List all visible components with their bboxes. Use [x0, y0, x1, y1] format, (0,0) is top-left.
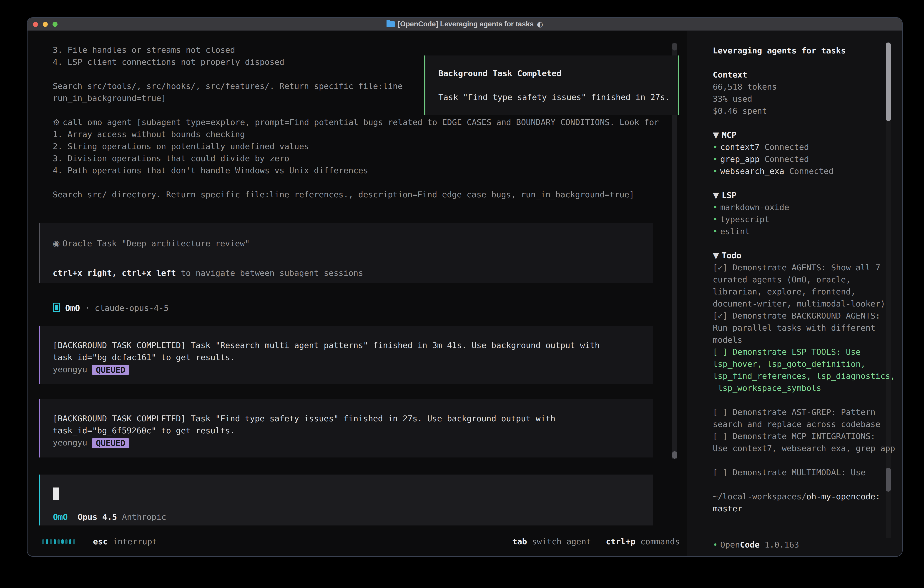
mcp-section-header[interactable]: ▼ MCP: [713, 129, 886, 141]
text-segment: 66,518 tokens: [713, 82, 777, 91]
text-segment: Todo: [722, 251, 741, 260]
sidebar-line: search and replace across codebase: [713, 418, 886, 430]
text-segment: Connected: [784, 167, 833, 176]
sidebar-line: • markdown-oxide: [713, 201, 886, 213]
gear-icon: ⚙: [53, 117, 63, 127]
window-title: [OpenCode] Leveraging agents for tasks ◐: [386, 20, 543, 28]
text-segment: context7: [720, 142, 760, 152]
prompt-input-box[interactable]: OmO Opus 4.5 Anthropic: [39, 474, 653, 525]
text-segment: tab: [512, 537, 527, 546]
terminal-line: Search src/ directory. Return specific f…: [53, 188, 667, 201]
terminal-line: 3. File handles or streams not closed: [53, 44, 667, 56]
text-segment: ~/local-workspaces/: [713, 492, 807, 501]
background-task-box-2: [BACKGROUND TASK COMPLETED] Task "Find t…: [39, 399, 653, 458]
text-segment: Oracle Task "Deep architecture review": [63, 239, 250, 248]
close-button[interactable]: [33, 22, 38, 27]
sidebar-line: [713, 117, 886, 129]
text-segment: 4. Path operations that don't handle Win…: [53, 166, 368, 175]
main-scrollbar-thumb-top[interactable]: [672, 43, 677, 51]
sidebar-line: librarian, explore, frontend,: [713, 286, 886, 297]
text-segment: lsp_workspace_symbols: [713, 383, 821, 393]
sidebar-line: 33% used: [713, 93, 886, 105]
text-segment: yeongyu: [53, 438, 92, 447]
text-segment: Leveraging agents for tasks: [713, 46, 846, 55]
keyboard-hints: tab switch agent ctrl+p commands: [512, 535, 680, 548]
text-segment: models: [713, 335, 742, 345]
sidebar-scrollbar-thumb[interactable]: [886, 43, 891, 121]
sidebar-line: models: [713, 334, 886, 346]
text-segment: lsp_find_references, lsp_diagnostics,: [713, 371, 895, 381]
background-task-box-1: [BACKGROUND TASK COMPLETED] Task "Resear…: [39, 325, 653, 384]
text-segment: eslint: [720, 227, 750, 236]
text-segment: Search src/tools/, src/hooks/, src/featu…: [53, 81, 403, 91]
sidebar-line: • typescript: [713, 213, 886, 225]
todo-scrollbar-thumb[interactable]: [886, 468, 891, 492]
text-segment: markdown-oxide: [720, 203, 789, 212]
text-segment: 33% used: [713, 94, 752, 104]
spinner-dot: [73, 539, 75, 544]
app-content: 3. File handles or streams not closed4. …: [28, 31, 902, 556]
spinner-dot: [58, 539, 60, 544]
text-segment: interrupt: [108, 537, 157, 546]
status-hint: tab switch agent ctrl+p commands: [512, 535, 680, 548]
spinner-dot: [42, 539, 45, 544]
sidebar-line: [713, 237, 886, 249]
sidebar-line: [713, 515, 886, 527]
text-segment: call_omo_agent [subagent_type=explore, p…: [63, 117, 659, 127]
text-segment: [591, 537, 606, 546]
background-task-notification: Background Task Completed Task "Find typ…: [424, 56, 679, 115]
text-segment: search and replace across codebase: [713, 420, 880, 429]
sidebar-title: Leveraging agents for tasks: [713, 45, 886, 57]
text-segment: Search src/ directory. Return specific f…: [53, 190, 634, 199]
text-segment: [ ] Demonstrate MCP INTEGRATIONS:: [713, 431, 875, 441]
spinner-dot: [65, 539, 68, 544]
text-segment: oh-my-opencode:: [807, 492, 880, 501]
folder-icon: [386, 21, 395, 27]
text-segment: ·: [80, 303, 95, 313]
text-segment: websearch_exa: [720, 167, 784, 176]
sidebar-line: [713, 454, 886, 466]
sidebar-line: lsp_hover, lsp_goto_definition,: [713, 358, 886, 370]
notification-body: Task "Find type safety issues" finished …: [438, 91, 670, 103]
text-segment: run_in_background=true]: [53, 93, 166, 103]
sidebar-line: $0.46 spent: [713, 105, 886, 117]
main-scrollbar-thumb[interactable]: [672, 451, 677, 459]
text-segment: switch agent: [527, 537, 591, 546]
omo-agent-header[interactable]: OmO · claude-opus-4-5: [53, 302, 169, 314]
text-segment: Connected: [760, 142, 809, 152]
task-box-line: task_id="bg_dcfac161" to get results.: [53, 351, 600, 363]
task-box-line: yeongyu QUEUED: [53, 363, 600, 375]
esc-hint: esc interrupt: [93, 535, 157, 548]
text-segment: ctrl+x right, ctrl+x left: [53, 268, 176, 277]
terminal-line: [53, 177, 667, 188]
sidebar-line: curated agents (OmO, oracle,: [713, 274, 886, 286]
text-segment: librarian, explore, frontend,: [713, 287, 856, 296]
sidebar-line: • websearch_exa Connected: [713, 165, 886, 177]
lsp-section-header[interactable]: ▼ LSP: [713, 189, 886, 201]
oracle-box-line: ◉ Oracle Task "Deep architecture review": [53, 236, 363, 251]
bullet-icon: •: [713, 167, 720, 176]
queued-badge: QUEUED: [92, 365, 129, 375]
text-segment: to navigate between subagent sessions: [176, 268, 363, 277]
minimize-button[interactable]: [43, 22, 48, 27]
bullet-icon: •: [713, 203, 720, 212]
spinner: [42, 535, 77, 548]
sidebar-line: • eslint: [713, 225, 886, 237]
sidebar-line: lsp_workspace_symbols: [713, 382, 886, 394]
oracle-box-line: [53, 251, 363, 266]
text-segment: [BACKGROUND TASK COMPLETED] Task "Find t…: [53, 414, 556, 423]
text-segment: typescript: [720, 215, 770, 224]
context-header: Context: [713, 69, 886, 81]
sidebar-line: [ ] Demonstrate MCP INTEGRATIONS:: [713, 430, 886, 442]
zoom-button[interactable]: [53, 22, 58, 27]
bullet-icon: •: [713, 227, 720, 236]
sidebar: Leveraging agents for tasksContext66,518…: [713, 45, 886, 551]
text-segment: curated agents (OmO, oracle,: [713, 275, 851, 284]
todo-section-header[interactable]: ▼ Todo: [713, 249, 886, 261]
sidebar-line: [713, 394, 886, 406]
text-segment: task_id="bg_6f59260c" to get results.: [53, 426, 235, 435]
task-box-line: [BACKGROUND TASK COMPLETED] Task "Find t…: [53, 413, 556, 424]
titlebar[interactable]: [OpenCode] Leveraging agents for tasks ◐: [28, 18, 902, 31]
spinner-dot: [46, 539, 48, 544]
sidebar-line: document-writer, multimodal-looker): [713, 297, 886, 310]
